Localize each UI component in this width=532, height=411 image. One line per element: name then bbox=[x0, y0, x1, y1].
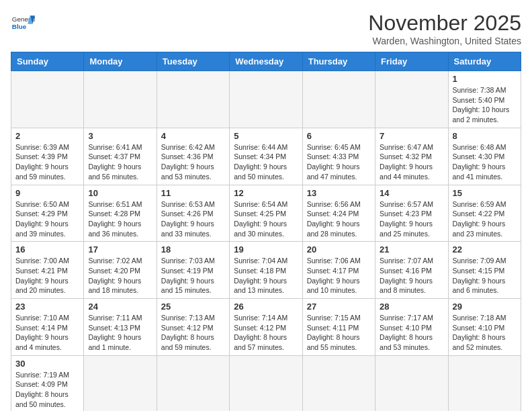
calendar-day-cell: 2Sunrise: 6:39 AM Sunset: 4:39 PM Daylig… bbox=[11, 128, 84, 185]
logo-icon: General Blue bbox=[11, 11, 35, 35]
day-number: 7 bbox=[380, 131, 443, 141]
day-info: Sunrise: 6:54 AM Sunset: 4:25 PM Dayligh… bbox=[234, 199, 298, 239]
day-info: Sunrise: 7:38 AM Sunset: 5:40 PM Dayligh… bbox=[453, 85, 517, 125]
day-info: Sunrise: 6:48 AM Sunset: 4:30 PM Dayligh… bbox=[453, 142, 517, 182]
calendar-day-cell: 10Sunrise: 6:51 AM Sunset: 4:28 PM Dayli… bbox=[84, 185, 157, 242]
calendar-week-row: 30Sunrise: 7:19 AM Sunset: 4:09 PM Dayli… bbox=[11, 355, 521, 411]
day-number: 28 bbox=[380, 302, 443, 312]
day-info: Sunrise: 7:09 AM Sunset: 4:15 PM Dayligh… bbox=[453, 256, 517, 295]
day-number: 9 bbox=[15, 188, 79, 198]
calendar-day-cell: 24Sunrise: 7:11 AM Sunset: 4:13 PM Dayli… bbox=[84, 299, 157, 356]
calendar-day-cell bbox=[302, 71, 375, 128]
day-info: Sunrise: 6:51 AM Sunset: 4:28 PM Dayligh… bbox=[88, 199, 152, 239]
day-number: 1 bbox=[453, 74, 517, 84]
location-subtitle: Warden, Washington, United States bbox=[368, 36, 521, 46]
calendar-day-cell: 19Sunrise: 7:04 AM Sunset: 4:18 PM Dayli… bbox=[230, 242, 302, 299]
day-number: 25 bbox=[161, 302, 225, 312]
calendar-table: SundayMondayTuesdayWednesdayThursdayFrid… bbox=[11, 52, 521, 411]
calendar-day-cell bbox=[302, 355, 375, 411]
calendar-day-cell bbox=[157, 71, 229, 128]
calendar-day-cell bbox=[84, 71, 157, 128]
calendar-day-cell: 23Sunrise: 7:10 AM Sunset: 4:14 PM Dayli… bbox=[11, 299, 84, 356]
calendar-day-cell bbox=[11, 71, 84, 128]
day-info: Sunrise: 7:13 AM Sunset: 4:12 PM Dayligh… bbox=[161, 313, 225, 353]
day-info: Sunrise: 7:17 AM Sunset: 4:10 PM Dayligh… bbox=[380, 313, 443, 353]
calendar-day-cell: 22Sunrise: 7:09 AM Sunset: 4:15 PM Dayli… bbox=[448, 242, 521, 299]
day-number: 16 bbox=[15, 244, 79, 255]
day-info: Sunrise: 7:10 AM Sunset: 4:14 PM Dayligh… bbox=[15, 313, 79, 353]
day-header-monday: Monday bbox=[84, 52, 157, 71]
day-info: Sunrise: 6:53 AM Sunset: 4:26 PM Dayligh… bbox=[161, 199, 225, 239]
page-header: General Blue November 2025 Warden, Washi… bbox=[11, 11, 521, 46]
calendar-day-cell bbox=[84, 355, 157, 411]
calendar-day-cell: 7Sunrise: 6:47 AM Sunset: 4:32 PM Daylig… bbox=[375, 128, 448, 185]
calendar-day-cell: 29Sunrise: 7:18 AM Sunset: 4:10 PM Dayli… bbox=[448, 299, 521, 356]
calendar-day-cell: 8Sunrise: 6:48 AM Sunset: 4:30 PM Daylig… bbox=[448, 128, 521, 185]
day-number: 23 bbox=[15, 302, 79, 312]
day-number: 22 bbox=[453, 244, 517, 255]
calendar-day-cell: 21Sunrise: 7:07 AM Sunset: 4:16 PM Dayli… bbox=[375, 242, 448, 299]
day-info: Sunrise: 7:11 AM Sunset: 4:13 PM Dayligh… bbox=[88, 313, 152, 353]
calendar-week-row: 1Sunrise: 7:38 AM Sunset: 5:40 PM Daylig… bbox=[11, 71, 521, 128]
calendar-day-cell: 13Sunrise: 6:56 AM Sunset: 4:24 PM Dayli… bbox=[302, 185, 375, 242]
day-header-saturday: Saturday bbox=[448, 52, 521, 71]
calendar-day-cell: 27Sunrise: 7:15 AM Sunset: 4:11 PM Dayli… bbox=[302, 299, 375, 356]
day-info: Sunrise: 6:47 AM Sunset: 4:32 PM Dayligh… bbox=[380, 142, 443, 182]
calendar-day-cell: 1Sunrise: 7:38 AM Sunset: 5:40 PM Daylig… bbox=[448, 71, 521, 128]
day-number: 17 bbox=[88, 244, 152, 255]
calendar-day-cell bbox=[157, 355, 229, 411]
calendar-day-cell: 9Sunrise: 6:50 AM Sunset: 4:29 PM Daylig… bbox=[11, 185, 84, 242]
day-number: 24 bbox=[88, 302, 152, 312]
day-number: 2 bbox=[15, 131, 79, 141]
day-number: 21 bbox=[380, 244, 443, 255]
day-header-thursday: Thursday bbox=[302, 52, 375, 71]
day-number: 26 bbox=[234, 302, 298, 312]
day-number: 13 bbox=[307, 188, 371, 198]
day-number: 15 bbox=[453, 188, 517, 198]
calendar-week-row: 2Sunrise: 6:39 AM Sunset: 4:39 PM Daylig… bbox=[11, 128, 521, 185]
day-info: Sunrise: 6:45 AM Sunset: 4:33 PM Dayligh… bbox=[307, 142, 371, 182]
day-info: Sunrise: 7:04 AM Sunset: 4:18 PM Dayligh… bbox=[234, 256, 298, 295]
day-info: Sunrise: 6:44 AM Sunset: 4:34 PM Dayligh… bbox=[234, 142, 298, 182]
day-info: Sunrise: 7:15 AM Sunset: 4:11 PM Dayligh… bbox=[307, 313, 371, 353]
calendar-day-cell: 30Sunrise: 7:19 AM Sunset: 4:09 PM Dayli… bbox=[11, 355, 84, 411]
logo: General Blue bbox=[11, 11, 35, 35]
month-title: November 2025 bbox=[368, 11, 521, 36]
day-header-sunday: Sunday bbox=[11, 52, 84, 71]
calendar-week-row: 23Sunrise: 7:10 AM Sunset: 4:14 PM Dayli… bbox=[11, 299, 521, 356]
day-number: 14 bbox=[380, 188, 443, 198]
day-info: Sunrise: 6:56 AM Sunset: 4:24 PM Dayligh… bbox=[307, 199, 371, 239]
calendar-day-cell: 16Sunrise: 7:00 AM Sunset: 4:21 PM Dayli… bbox=[11, 242, 84, 299]
day-info: Sunrise: 6:50 AM Sunset: 4:29 PM Dayligh… bbox=[15, 199, 79, 239]
calendar-day-cell: 11Sunrise: 6:53 AM Sunset: 4:26 PM Dayli… bbox=[157, 185, 229, 242]
day-info: Sunrise: 7:03 AM Sunset: 4:19 PM Dayligh… bbox=[161, 256, 225, 295]
svg-text:Blue: Blue bbox=[12, 23, 27, 30]
day-info: Sunrise: 7:18 AM Sunset: 4:10 PM Dayligh… bbox=[453, 313, 517, 353]
day-number: 18 bbox=[161, 244, 225, 255]
day-info: Sunrise: 6:57 AM Sunset: 4:23 PM Dayligh… bbox=[380, 199, 443, 239]
day-info: Sunrise: 6:59 AM Sunset: 4:22 PM Dayligh… bbox=[453, 199, 517, 239]
day-info: Sunrise: 6:39 AM Sunset: 4:39 PM Dayligh… bbox=[15, 142, 79, 182]
calendar-day-cell: 26Sunrise: 7:14 AM Sunset: 4:12 PM Dayli… bbox=[230, 299, 302, 356]
day-number: 6 bbox=[307, 131, 371, 141]
day-info: Sunrise: 7:06 AM Sunset: 4:17 PM Dayligh… bbox=[307, 256, 371, 295]
day-number: 30 bbox=[15, 359, 79, 369]
calendar-header-row: SundayMondayTuesdayWednesdayThursdayFrid… bbox=[11, 52, 521, 71]
day-info: Sunrise: 7:00 AM Sunset: 4:21 PM Dayligh… bbox=[15, 256, 79, 295]
day-number: 12 bbox=[234, 188, 298, 198]
day-info: Sunrise: 6:42 AM Sunset: 4:36 PM Dayligh… bbox=[161, 142, 225, 182]
calendar-day-cell: 5Sunrise: 6:44 AM Sunset: 4:34 PM Daylig… bbox=[230, 128, 302, 185]
calendar-day-cell bbox=[230, 71, 302, 128]
calendar-week-row: 9Sunrise: 6:50 AM Sunset: 4:29 PM Daylig… bbox=[11, 185, 521, 242]
day-info: Sunrise: 7:02 AM Sunset: 4:20 PM Dayligh… bbox=[88, 256, 152, 295]
day-info: Sunrise: 6:41 AM Sunset: 4:37 PM Dayligh… bbox=[88, 142, 152, 182]
day-header-tuesday: Tuesday bbox=[157, 52, 229, 71]
calendar-day-cell: 18Sunrise: 7:03 AM Sunset: 4:19 PM Dayli… bbox=[157, 242, 229, 299]
day-info: Sunrise: 7:19 AM Sunset: 4:09 PM Dayligh… bbox=[15, 370, 79, 410]
calendar-day-cell: 15Sunrise: 6:59 AM Sunset: 4:22 PM Dayli… bbox=[448, 185, 521, 242]
calendar-day-cell: 12Sunrise: 6:54 AM Sunset: 4:25 PM Dayli… bbox=[230, 185, 302, 242]
day-number: 3 bbox=[88, 131, 152, 141]
day-number: 8 bbox=[453, 131, 517, 141]
calendar-day-cell bbox=[230, 355, 302, 411]
calendar-day-cell bbox=[375, 71, 448, 128]
